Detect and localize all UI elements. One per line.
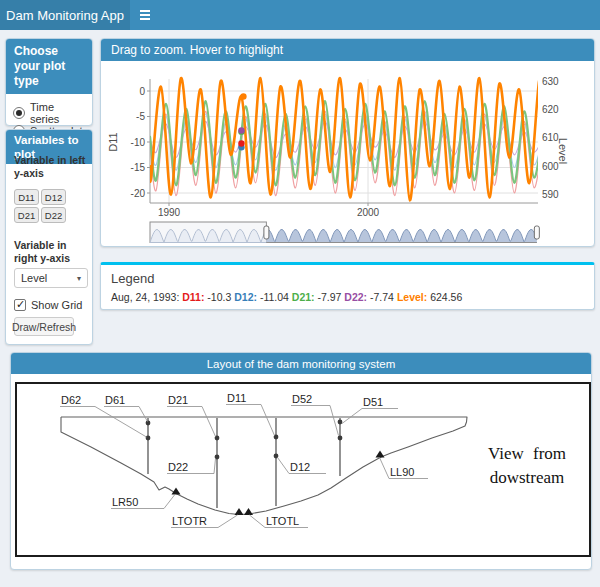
view-note-line1: View from <box>472 442 582 466</box>
sidebar-toggle-button[interactable] <box>131 0 159 30</box>
sensor-label-D52: D52 <box>291 393 339 436</box>
svg-text:2000: 2000 <box>357 207 380 218</box>
dam-layout-title: Layout of the dam monitoring system <box>11 353 591 374</box>
pendulum-sensor-dot <box>338 420 343 425</box>
draw-refresh-button[interactable]: Draw/Refresh <box>14 317 74 336</box>
left-axis-variable-label: Variable in left y-axis <box>14 154 86 180</box>
variables-panel: Variables to plot Variable in left y-axi… <box>5 129 93 345</box>
svg-text:620: 620 <box>542 104 559 115</box>
survey-marker-triangle <box>235 508 244 515</box>
svg-text:-20: -20 <box>131 188 146 199</box>
legend-box: Legend Aug, 24, 1993: D11: -10.3 D12: -1… <box>100 262 595 310</box>
legend-series-value: 624.56 <box>427 291 462 303</box>
svg-text:0: 0 <box>139 86 145 97</box>
sensor-label-D12: D12 <box>278 458 327 474</box>
svg-text:D52: D52 <box>292 393 312 405</box>
svg-text:600: 600 <box>542 161 559 172</box>
top-navbar: Dam Monitoring App <box>0 0 600 30</box>
legend-series-value: -11.04 <box>257 291 292 303</box>
pendulum-sensor-dot <box>338 436 343 441</box>
app-title: Dam Monitoring App <box>0 0 130 30</box>
dam-layout-box: Layout of the dam monitoring system D62D… <box>10 352 592 570</box>
legend-date: Aug, 24, 1993: <box>111 291 182 303</box>
view-from-downstream-note: View from dowstream <box>472 442 582 490</box>
plot-type-panel-title: Choose your plot type <box>6 39 92 94</box>
svg-text:D51: D51 <box>363 396 383 408</box>
sensor-label-LTOTR: LTOTR <box>171 515 238 528</box>
left-axis-var-button-d12[interactable]: D12 <box>41 189 66 205</box>
svg-text:-10: -10 <box>131 137 146 148</box>
range-selector[interactable] <box>150 222 539 243</box>
legend-series-value: -10.3 <box>204 291 234 303</box>
radio-label: Time series <box>30 101 85 125</box>
chevron-down-icon: ▾ <box>77 274 81 283</box>
svg-text:D21: D21 <box>168 394 188 406</box>
pendulum-sensor-dot <box>146 421 151 426</box>
legend-series-label: D11: <box>182 291 204 303</box>
highlight-dot-Level <box>240 93 246 99</box>
show-grid-label: Show Grid <box>31 299 82 311</box>
plot-type-panel: Choose your plot type Time seriesScatter… <box>5 38 93 126</box>
svg-text:D12: D12 <box>290 461 310 473</box>
legend-series-value: -7.74 <box>367 291 397 303</box>
chart-series <box>150 78 544 201</box>
range-selector-right-handle[interactable] <box>534 226 539 239</box>
sensor-label-LTOTL: LTOTL <box>250 515 309 528</box>
svg-text:D62: D62 <box>61 394 81 406</box>
svg-text:D11: D11 <box>227 392 246 404</box>
show-grid-checkbox-row[interactable]: Show Grid <box>14 299 82 311</box>
svg-text:D22: D22 <box>168 461 188 473</box>
svg-text:610: 610 <box>542 132 559 143</box>
range-selector-left-handle[interactable] <box>264 226 269 239</box>
radio-icon[interactable] <box>13 107 25 119</box>
svg-text:D61: D61 <box>105 394 125 406</box>
survey-marker-triangle <box>376 451 385 458</box>
legend-series-label: D22: <box>344 291 367 303</box>
show-grid-checkbox[interactable] <box>14 299 26 311</box>
svg-text:LL90: LL90 <box>390 466 414 478</box>
legend-values-line: Aug, 24, 1993: D11: -10.3 D12: -11.04 D2… <box>101 286 594 303</box>
timeseries-chart[interactable]: 0-5-10-15-2063062061060059019902000D11Le… <box>101 61 594 246</box>
app-root: { "navbar": { "title": "Dam Monitoring A… <box>0 0 600 587</box>
sensor-label-LR50: LR50 <box>111 495 175 509</box>
sensor-label-D11: D11 <box>226 392 275 436</box>
svg-text:590: 590 <box>542 189 559 200</box>
legend-series-label: Level: <box>397 291 427 303</box>
legend-series-label: D12: <box>234 291 257 303</box>
chart-box: Drag to zoom. Hover to highlight 0-5-10-… <box>100 38 595 247</box>
svg-text:1990: 1990 <box>158 207 181 218</box>
sensor-label-D62: D62 <box>60 394 147 437</box>
right-axis-select[interactable]: Level ▾ <box>14 268 88 288</box>
plot-type-option-time-series[interactable]: Time series <box>13 104 85 122</box>
svg-text:LR50: LR50 <box>112 496 138 508</box>
svg-text:630: 630 <box>542 76 559 87</box>
legend-series-label: D21: <box>292 291 315 303</box>
sensor-label-LL90: LL90 <box>380 458 429 479</box>
legend-title: Legend <box>101 265 594 286</box>
left-axis-var-button-d21[interactable]: D21 <box>14 207 39 223</box>
left-axis-var-button-d22[interactable]: D22 <box>41 207 66 223</box>
sensor-label-D22: D22 <box>167 459 216 474</box>
svg-text:-5: -5 <box>136 111 145 122</box>
right-axis-title: Level <box>557 138 569 164</box>
right-axis-select-value: Level <box>21 272 47 284</box>
view-note-line2: dowstream <box>472 466 582 490</box>
svg-text:LTOTL: LTOTL <box>266 515 299 527</box>
right-axis-variable-label: Variable in right y-axis <box>14 239 86 265</box>
highlight-dot-D11 <box>238 140 244 146</box>
chart-box-title: Drag to zoom. Hover to highlight <box>101 39 594 61</box>
hamburger-icon <box>140 10 150 20</box>
pendulum-sensor-dot <box>146 436 151 441</box>
sensor-label-D21: D21 <box>167 394 216 437</box>
left-axis-variable-buttons: D11D12D21D22 <box>14 189 92 223</box>
highlight-dot-D22 <box>238 127 244 133</box>
survey-marker-triangle <box>244 508 253 515</box>
left-axis-var-button-d11[interactable]: D11 <box>14 189 39 205</box>
svg-text:LTOTR: LTOTR <box>172 515 207 527</box>
dam-diagram-frame: D62D61D21D11D52D51D22D12LR50LL90LTOTRLTO… <box>15 382 591 557</box>
left-axis-title: D11 <box>107 132 119 151</box>
svg-text:-15: -15 <box>131 162 146 173</box>
sensor-label-D51: D51 <box>342 396 398 424</box>
legend-series-value: -7.97 <box>315 291 345 303</box>
